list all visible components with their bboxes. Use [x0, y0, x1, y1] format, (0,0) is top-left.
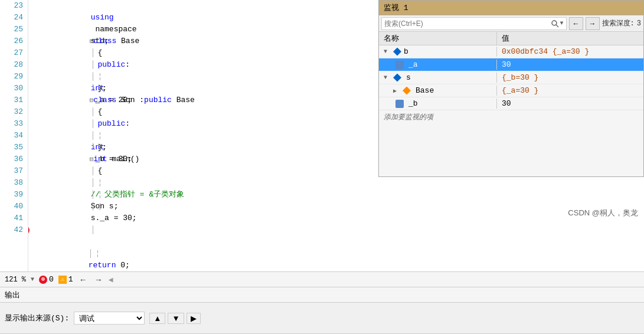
- warning-count-icon: ⚠: [58, 276, 67, 284]
- code-line-26: │{: [31, 35, 375, 47]
- code-line-33: │¦ int _b = 30;: [31, 118, 375, 130]
- code-content: 23 24 25 26 27 28 29 30 31 32 33 34 35 3…: [0, 0, 375, 271]
- code-line-38: │¦ Son s;: [31, 177, 375, 189]
- error-status: ⊗ 0: [39, 275, 54, 284]
- code-line-27: │public:: [31, 47, 375, 59]
- zoom-dropdown-icon[interactable]: ▼: [31, 276, 34, 283]
- watch-cell-value-b: 0x00dbfc34 {_a=30 }: [497, 47, 643, 57]
- code-line-31: │{: [31, 94, 375, 106]
- watch-col-value: 值: [497, 32, 643, 45]
- watch-name-b-a: _a: [408, 60, 418, 69]
- code-line-41: │: [31, 212, 375, 224]
- code-line-40: │¦ Base* b = &s; // 如果成功切片，最终的b._a应该是: [31, 201, 375, 212]
- watch-cell-name-b: ▼ b: [379, 47, 497, 57]
- code-line-32: │public:: [31, 106, 375, 118]
- orange-diamond-icon-base: [403, 87, 411, 95]
- watch-forward-button[interactable]: →: [586, 17, 600, 30]
- code-line-36: │{: [31, 153, 375, 165]
- watch-back-button[interactable]: ←: [569, 17, 583, 30]
- error-count: 0: [49, 275, 54, 284]
- watch-col-name: 名称: [379, 32, 497, 45]
- output-right-button[interactable]: ▶: [187, 313, 201, 324]
- output-source-label: 显示输出来源(S):: [5, 313, 69, 323]
- blue-diamond-icon-s: [393, 74, 401, 82]
- code-line-25: ⊟class Base: [31, 24, 375, 35]
- watch-table: 名称 值 ▼ b 0x00dbfc34 {_a=30 }: [379, 32, 643, 176]
- code-line-34: └};: [31, 130, 375, 142]
- blue-cube-icon-b: [395, 100, 404, 108]
- output-title-bar: 输出: [0, 287, 644, 303]
- code-line-30: ⊟class Son :public Base: [31, 83, 375, 94]
- warning-count: 1: [68, 275, 73, 284]
- watch-name-s-b: _b: [408, 99, 418, 108]
- watch-panel: 监视 1 ▼ ← → 搜索深度: 3 名称: [378, 0, 644, 177]
- scroll-indicator: ◀: [109, 275, 113, 284]
- watch-cell-value-s: {_b=30 }: [497, 73, 643, 83]
- error-count-icon: ⊗: [39, 276, 47, 284]
- warning-status: ⚠ 1: [58, 275, 73, 284]
- watch-depth-value: 3: [637, 19, 641, 28]
- code-line-37: │¦ // 父类指针 = &子类对象: [31, 165, 375, 177]
- main-container: 23 24 25 26 27 28 29 30 31 32 33 34 35 3…: [0, 0, 644, 334]
- editor-area: 23 24 25 26 27 28 29 30 31 32 33 34 35 3…: [0, 0, 644, 271]
- watch-row-s-b[interactable]: _b 30: [379, 97, 643, 110]
- code-panel: 23 24 25 26 27 28 29 30 31 32 33 34 35 3…: [0, 0, 375, 271]
- code-line-29: └};: [31, 71, 375, 83]
- prev-nav-button[interactable]: ←: [78, 275, 89, 284]
- watch-search-input[interactable]: [384, 19, 551, 28]
- zoom-level: 121 %: [5, 276, 26, 284]
- watch-cell-value-b-a: 30: [497, 60, 643, 70]
- watch-depth-label: 搜索深度:: [602, 18, 635, 28]
- search-dropdown-icon[interactable]: ▼: [560, 20, 564, 27]
- code-lines: using namespace std; ⊟class Base │{: [28, 0, 375, 271]
- watermark: CSDN @桐人，奥龙: [568, 208, 638, 218]
- output-panel: 输出 显示输出来源(S): 调试 ▲ ▼ ▶: [0, 287, 644, 334]
- code-line-42: ● │¦ return 0;: [31, 224, 375, 236]
- watch-cell-name-b-a: _a: [379, 60, 497, 70]
- watch-row-b[interactable]: ▼ b 0x00dbfc34 {_a=30 }: [379, 45, 643, 58]
- watch-table-header: 名称 值: [379, 32, 643, 45]
- code-line-23: using namespace std;: [31, 0, 375, 12]
- code-line-35: ⊟int main(): [31, 142, 375, 153]
- watch-row-b-a[interactable]: _a 30: [379, 58, 643, 71]
- code-line-24: [31, 12, 375, 24]
- watch-name-s-base: Base: [416, 86, 434, 95]
- watch-search-box[interactable]: ▼: [381, 17, 567, 30]
- watch-row-s-base[interactable]: ▶ Base {_a=30 }: [379, 84, 643, 97]
- output-toolbar-buttons: ▲ ▼ ▶: [149, 313, 200, 324]
- status-bar: 121 % ▼ ⊗ 0 ⚠ 1 ← → ◀: [0, 271, 644, 287]
- watch-name-b: b: [404, 47, 408, 56]
- watch-name-s: s: [406, 73, 411, 82]
- watch-cell-name-s-b: _b: [379, 99, 497, 109]
- blue-diamond-icon-b: [393, 48, 401, 56]
- expand-arrow-s[interactable]: ▼: [384, 74, 391, 81]
- output-title: 输出: [5, 290, 20, 300]
- svg-point-0: [552, 21, 557, 25]
- watch-cell-value-s-base: {_a=30 }: [497, 86, 643, 96]
- error-icon: ●: [28, 225, 30, 235]
- code-line-39: │¦ s._a = 30;: [31, 189, 375, 201]
- search-icon: [551, 19, 559, 28]
- watch-add-item[interactable]: 添加要监视的项: [379, 110, 643, 124]
- watch-toolbar: ▼ ← → 搜索深度: 3: [379, 15, 643, 32]
- expand-arrow-b[interactable]: ▼: [384, 48, 391, 55]
- watch-title: 监视 1: [379, 1, 643, 15]
- watch-cell-name-s: ▼ s: [379, 73, 497, 83]
- watch-cell-value-s-b: 30: [497, 99, 643, 109]
- output-toolbar: 显示输出来源(S): 调试 ▲ ▼ ▶: [0, 303, 644, 334]
- blue-cube-icon-a: [395, 61, 404, 69]
- next-nav-button[interactable]: →: [93, 275, 104, 284]
- svg-line-1: [556, 25, 558, 27]
- expand-arrow-s-base[interactable]: ▶: [393, 87, 400, 94]
- line-numbers: 23 24 25 26 27 28 29 30 31 32 33 34 35 3…: [0, 0, 28, 271]
- code-line-28: │¦ int _a = 20;: [31, 59, 375, 71]
- output-up-button[interactable]: ▲: [149, 313, 165, 324]
- output-down-button[interactable]: ▼: [168, 313, 184, 324]
- watch-cell-name-s-base: ▶ Base: [379, 86, 497, 96]
- output-source-select[interactable]: 调试: [74, 312, 145, 325]
- watch-row-s[interactable]: ▼ s {_b=30 }: [379, 71, 643, 84]
